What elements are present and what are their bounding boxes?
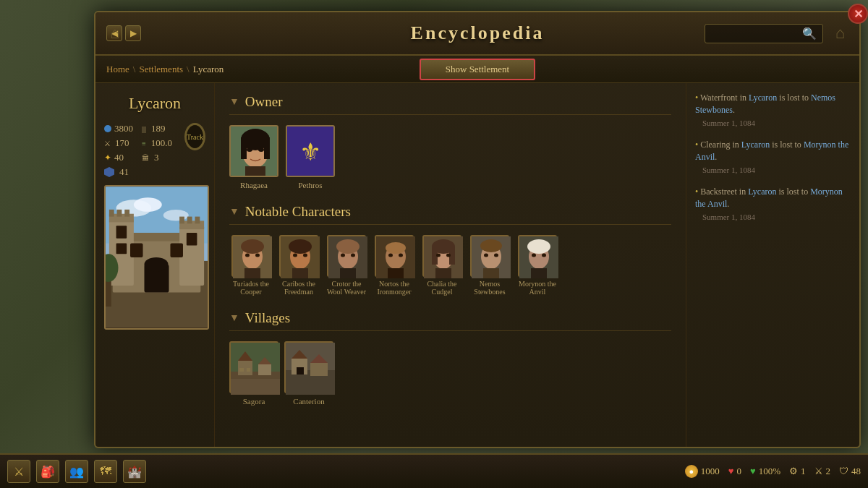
- svg-point-4: [163, 210, 189, 221]
- morynon-name: Morynon the Anvil: [516, 280, 559, 296]
- swords-icon: ⚔: [814, 466, 823, 477]
- prosperity-pct-icon: ≡: [142, 140, 146, 147]
- svg-point-22: [144, 257, 168, 271]
- crotor-name: Crotor the Wool Weaver: [325, 280, 368, 296]
- search-box[interactable]: 🔍: [705, 24, 823, 43]
- svg-point-53: [351, 254, 355, 257]
- population-value: 3800: [114, 123, 133, 134]
- svg-rect-24: [170, 244, 183, 257]
- prosperity-pct-value: 100.0: [151, 137, 172, 149]
- settlement-name: Lycaron: [104, 94, 205, 113]
- event-3-text: Backstreet in Lycaron is lost to Morynon…: [695, 187, 843, 209]
- svg-point-72: [484, 254, 488, 257]
- stat-health-pct-display: ♥ 100%: [750, 466, 780, 477]
- notable-caribos[interactable]: Caribos the Freedman: [277, 235, 320, 296]
- notables-section-header: ▼ Notable Characters: [229, 204, 671, 225]
- svg-point-77: [527, 239, 550, 254]
- owner-portraits: Rhagaea ⚜ Pethros: [229, 125, 671, 189]
- notable-nemos[interactable]: Nemos Stewbones: [468, 235, 511, 296]
- soldiers-icon: 🛡: [839, 466, 848, 477]
- owner-rhagaea[interactable]: Rhagaea: [229, 125, 278, 189]
- rhagaea-portrait: [229, 125, 278, 177]
- svg-point-78: [532, 254, 536, 257]
- stat-swords-display: ⚔ 2: [814, 466, 831, 477]
- notable-chalia[interactable]: Chalia the Cudgel: [420, 235, 464, 296]
- events-sidebar: Waterfront in Lycaron is lost to Nemos S…: [686, 83, 859, 447]
- village-canterion[interactable]: Canterion: [284, 341, 333, 406]
- militia-icon: ✦: [104, 153, 111, 163]
- notables-section: ▼ Notable Characters: [229, 204, 671, 296]
- nav-forward-button[interactable]: ▶: [125, 25, 141, 41]
- villages-section: ▼ Villages: [229, 310, 671, 406]
- owner-pethros[interactable]: ⚜ Pethros: [286, 125, 335, 189]
- svg-rect-74: [483, 268, 499, 278]
- event-3-location[interactable]: Lycaron: [748, 187, 776, 197]
- taskbar-icon-5[interactable]: 🏰: [123, 460, 146, 483]
- svg-rect-80: [531, 268, 547, 278]
- taskbar: ⚔ 🎒 👥 🗺 🏰 ● 1000 ♥ 0 ♥ 100% ⚙ 1 ⚔ 2 🛡 48: [0, 453, 868, 488]
- taskbar-icon-1[interactable]: ⚔: [7, 460, 30, 483]
- taskbar-icon-4[interactable]: 🗺: [94, 460, 117, 483]
- event-2-location[interactable]: Lycaron: [741, 140, 770, 150]
- svg-point-52: [341, 254, 345, 257]
- notable-turiados[interactable]: Turiados the Cooper: [229, 235, 273, 296]
- notable-crotor[interactable]: Crotor the Wool Weaver: [325, 235, 368, 296]
- panel-header: ◀ ▶ ⌂ Encyclopedia ⌂ 🔍: [95, 12, 859, 56]
- show-settlement-button[interactable]: Show Settlement: [420, 59, 535, 80]
- svg-point-66: [436, 254, 441, 257]
- breadcrumb-sep-1: \: [133, 64, 136, 75]
- troops-icon: |||: [142, 125, 146, 133]
- event-1-location[interactable]: Lycaron: [749, 93, 777, 103]
- notable-morynon[interactable]: Morynon the Anvil: [516, 235, 559, 296]
- svg-point-47: [303, 254, 307, 257]
- svg-rect-94: [310, 363, 328, 376]
- svg-rect-54: [340, 268, 356, 278]
- svg-point-71: [480, 239, 502, 252]
- villages-chevron-icon: ▼: [229, 312, 239, 324]
- svg-rect-14: [124, 210, 129, 217]
- stat-prosperity: ⚔ 170: [104, 137, 133, 149]
- nortos-portrait: [375, 235, 414, 277]
- svg-rect-87: [231, 379, 280, 395]
- notables-grid: Turiados the Cooper: [229, 235, 671, 296]
- health-value: 0: [736, 466, 741, 477]
- stat-militia: ✦ 40: [104, 152, 133, 163]
- buildings-value: 3: [154, 152, 159, 163]
- gold-icon: ●: [685, 465, 698, 478]
- svg-rect-12: [109, 210, 114, 217]
- svg-point-3: [134, 197, 162, 211]
- stat-unknown-display: ⚙ 1: [789, 466, 806, 477]
- search-input[interactable]: [711, 28, 798, 38]
- taskbar-icon-3[interactable]: 👥: [65, 460, 88, 483]
- svg-point-40: [245, 254, 250, 257]
- caribos-portrait: [279, 235, 318, 277]
- svg-rect-19: [116, 244, 127, 254]
- event-2-person[interactable]: Morynon the Anvil: [695, 140, 848, 162]
- taskbar-icon-2[interactable]: 🎒: [36, 460, 59, 483]
- village-sagora[interactable]: Sagora: [229, 341, 278, 406]
- event-1-date: Summer 1, 1084: [702, 118, 851, 129]
- breadcrumb-home[interactable]: Home: [106, 64, 129, 75]
- chalia-name: Chalia the Cudgel: [420, 280, 464, 296]
- panel-title: Encyclopedia: [411, 22, 545, 44]
- pethros-name: Pethros: [299, 181, 323, 189]
- sagora-name: Sagora: [243, 397, 265, 406]
- event-3: Backstreet in Lycaron is lost to Morynon…: [695, 186, 851, 223]
- breadcrumb-settlements[interactable]: Settlements: [139, 64, 183, 75]
- militia-value: 40: [114, 152, 124, 163]
- troops-value: 189: [151, 123, 166, 134]
- track-circle[interactable]: Track: [184, 123, 205, 150]
- svg-point-46: [293, 254, 297, 257]
- chalia-portrait: [422, 235, 461, 277]
- track-label: Track: [187, 133, 203, 141]
- sagora-portrait: [229, 341, 278, 393]
- notable-nortos[interactable]: Nortos the Ironmonger: [373, 235, 416, 296]
- event-2: Clearing in Lycaron is lost to Morynon t…: [695, 139, 851, 176]
- svg-text:⚜: ⚜: [299, 139, 321, 166]
- svg-point-51: [336, 239, 359, 254]
- stat-gold-display: ● 1000: [685, 465, 720, 478]
- settlement-image: [104, 185, 209, 330]
- svg-rect-48: [292, 268, 308, 278]
- svg-rect-25: [106, 278, 111, 307]
- close-button[interactable]: ✕: [848, 4, 868, 24]
